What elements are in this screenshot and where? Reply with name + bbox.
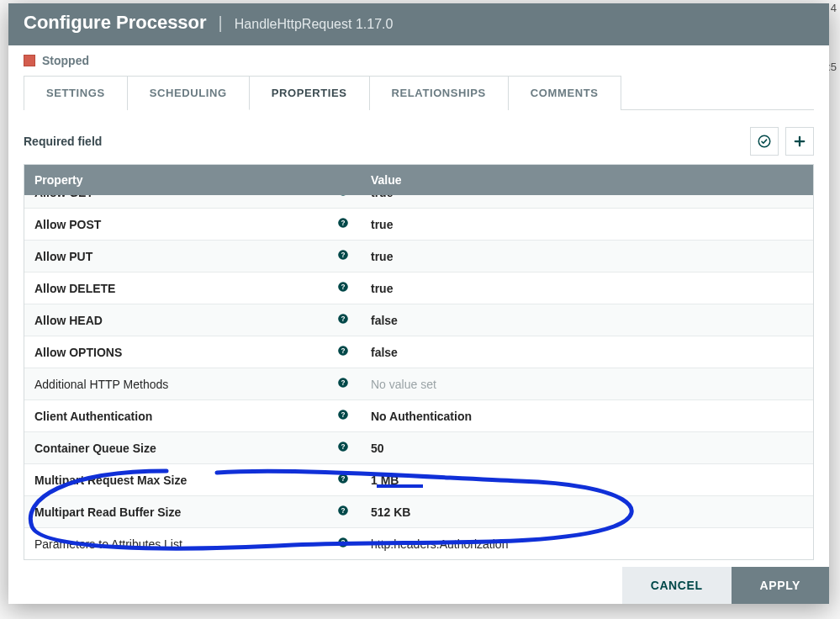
property-value: true [371,195,393,199]
property-value: true [371,250,393,263]
help-icon[interactable]: ? [335,281,351,295]
help-icon[interactable]: ? [335,313,351,327]
svg-text:?: ? [341,379,346,387]
help-icon[interactable]: ? [335,473,351,487]
cancel-button[interactable]: CANCEL [622,567,732,604]
help-icon[interactable]: ? [335,249,351,263]
table-body[interactable]: ?Allow GET?trueAllow POST?trueAllow PUT?… [24,195,813,559]
property-name: Multipart Request Max Size [34,474,187,487]
svg-text:?: ? [341,475,346,483]
table-row[interactable]: Allow HEAD?false [24,304,813,336]
header-separator: | [219,13,223,33]
svg-text:?: ? [341,347,346,355]
svg-text:?: ? [341,411,346,419]
property-name: Client Authentication [34,410,152,423]
svg-point-3 [338,195,348,196]
required-field-label: Required field [24,135,102,148]
status-text: Stopped [42,54,89,67]
properties-panel: Required field Property Value [8,110,829,567]
property-name: Container Queue Size [34,442,156,455]
svg-text:?: ? [341,507,346,515]
property-value: false [371,314,398,327]
property-value: http.headers.Authorization [371,537,508,551]
property-name: Parameters to Attributes List [34,537,182,551]
table-row[interactable]: Container Queue Size?50 [24,431,813,463]
property-name: Allow GET [34,195,93,199]
property-name: Allow POST [34,218,101,231]
tab-comments[interactable]: COMMENTS [508,76,621,110]
svg-text:?: ? [341,315,346,323]
verify-properties-button[interactable] [750,127,779,156]
table-row[interactable]: Allow DELETE?true [24,272,813,304]
table-header: Property Value [24,165,813,195]
property-value: 512 KB [371,505,410,519]
property-name: Multipart Read Buffer Size [34,505,181,519]
property-value: false [371,346,398,359]
stopped-icon [24,55,35,66]
col-value-header: Value [371,173,402,187]
tab-settings[interactable]: SETTINGS [24,76,127,110]
help-icon[interactable]: ? [335,505,351,519]
status-bar: Stopped [8,45,829,76]
table-row[interactable]: Multipart Request Max Size?1 MB [24,463,813,495]
table-row[interactable]: Allow GET?true [24,195,813,208]
col-property-header: Property [34,173,83,187]
table-row[interactable]: Additional HTTP Methods?No value set [24,368,813,399]
svg-text:?: ? [341,251,346,259]
help-icon[interactable]: ? [335,345,351,359]
svg-text:?: ? [341,443,346,451]
table-row[interactable]: Allow OPTIONS?false [24,336,813,368]
svg-text:?: ? [341,539,346,547]
property-name: Allow HEAD [34,314,103,327]
properties-table: Property Value ?Allow GET?trueAllow POST… [24,164,814,560]
apply-button[interactable]: APPLY [732,567,829,604]
svg-text:?: ? [341,220,346,227]
table-row[interactable]: Allow POST?true [24,208,813,240]
dialog-tabs: SETTINGS SCHEDULING PROPERTIES RELATIONS… [24,76,814,110]
dialog-header: Configure Processor | HandleHttpRequest … [8,3,829,45]
property-name: Additional HTTP Methods [34,378,168,391]
plus-icon [792,134,807,149]
property-value: true [371,218,393,231]
add-property-button[interactable] [785,127,814,156]
property-value: true [371,282,393,295]
configure-processor-dialog: Configure Processor | HandleHttpRequest … [8,3,829,604]
dialog-footer: CANCEL APPLY [8,567,829,604]
property-name: Allow PUT [34,250,92,263]
processor-type: HandleHttpRequest 1.17.0 [235,17,394,32]
help-icon[interactable]: ? [335,195,351,199]
property-value: No Authentication [371,410,472,423]
table-row[interactable]: Multipart Read Buffer Size?512 KB [24,495,813,527]
tab-scheduling[interactable]: SCHEDULING [127,76,249,110]
help-icon[interactable]: ? [335,217,351,231]
check-circle-icon [757,134,772,149]
help-icon[interactable]: ? [335,377,351,391]
help-icon[interactable]: ? [335,409,351,423]
property-name: Allow OPTIONS [34,346,122,359]
tab-properties[interactable]: PROPERTIES [249,76,369,110]
property-value: No value set [371,378,436,391]
tab-relationships[interactable]: RELATIONSHIPS [369,76,508,110]
svg-text:?: ? [341,283,346,291]
table-row[interactable]: Allow PUT?true [24,240,813,272]
property-name: Allow DELETE [34,282,115,295]
property-value: 1 MB [371,474,399,487]
table-row[interactable]: Client Authentication?No Authentication [24,399,813,431]
help-icon[interactable]: ? [335,441,351,455]
property-value: 50 [371,442,384,455]
table-row[interactable]: Parameters to Attributes List?http.heade… [24,527,813,559]
help-icon[interactable]: ? [335,537,351,551]
dialog-title: Configure Processor [24,12,207,34]
bg-text-1: 4 [831,2,837,14]
